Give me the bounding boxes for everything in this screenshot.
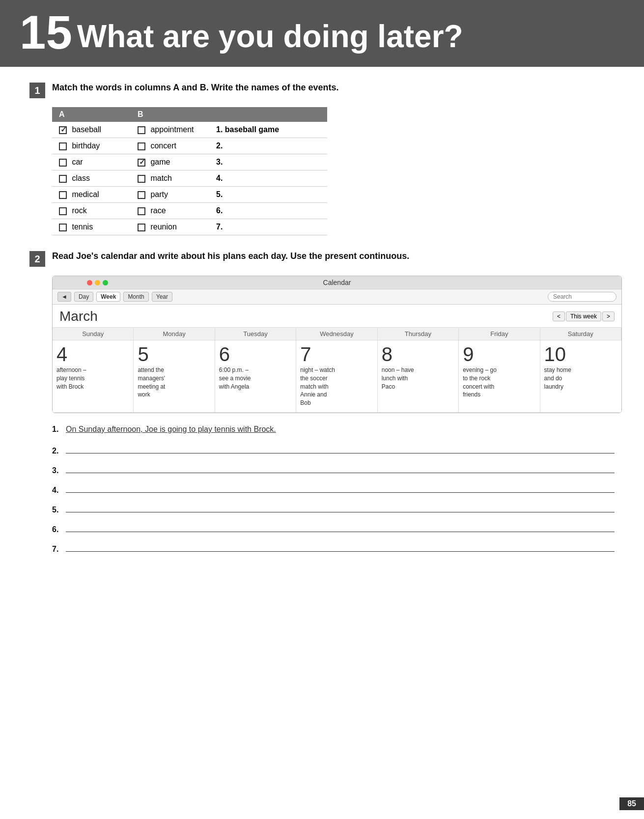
col-b-cell: reunion (131, 219, 209, 235)
col-a-cell: car (52, 154, 131, 170)
answer-cell: 6. (209, 203, 327, 219)
ex2-instruction: Read Joe's calendar and write about his … (52, 250, 409, 262)
this-week-nav: < This week > (553, 311, 615, 321)
line-content[interactable] (66, 521, 615, 532)
day-header-sat: Saturday (540, 328, 621, 340)
calendar-month-header: March < This week > (53, 305, 621, 327)
col-a-cell: tennis (52, 219, 131, 235)
day-header-mon: Monday (134, 328, 215, 340)
page-header: 15 What are you doing later? (0, 0, 644, 67)
ex1-row: baseball appointment1. baseball game (52, 122, 327, 138)
checkbox-a[interactable] (59, 207, 67, 215)
minimize-dot[interactable] (95, 280, 100, 285)
cal-view-day[interactable]: Day (74, 292, 93, 302)
ex1-row: rock race6. (52, 203, 327, 219)
calendar-cell: 8noon – have lunch with Paco (378, 340, 459, 413)
answer-cell: 5. (209, 187, 327, 203)
cal-date: 6 (219, 344, 292, 364)
col-a-header: A (52, 107, 131, 122)
col-b-header: B (131, 107, 209, 122)
calendar: Calendar ◄ Day Week Month Year March < T… (52, 276, 622, 413)
maximize-dot[interactable] (103, 280, 108, 285)
checkbox-b[interactable] (138, 175, 145, 183)
line-number: 2. (52, 447, 66, 455)
ex1-table: A B baseball appointment1. baseball game… (52, 107, 327, 235)
answer-cell: 4. (209, 170, 327, 187)
exercise-2: 2 Read Joe's calendar and write about hi… (29, 250, 615, 554)
cal-view-week[interactable]: Week (96, 292, 120, 302)
checkbox-b[interactable] (138, 191, 145, 199)
answer-cell: 7. (209, 219, 327, 235)
writing-line: 7. (52, 541, 615, 554)
line-content[interactable] (66, 443, 615, 453)
day-header-fri: Friday (459, 328, 540, 340)
line-content[interactable] (66, 541, 615, 552)
day-header-thu: Thursday (378, 328, 459, 340)
cal-nav-back[interactable]: ◄ (57, 292, 71, 302)
cal-date: 4 (56, 344, 129, 364)
day-header-wed: Wednesday (296, 328, 377, 340)
calendar-cell: 4afternoon – play tennis with Brock (53, 340, 134, 413)
answer-cell: 2. (209, 138, 327, 154)
line-content[interactable] (66, 462, 615, 473)
close-dot[interactable] (87, 280, 92, 285)
line-number: 5. (52, 506, 66, 514)
calendar-cell: 9evening – go to the rock concert with f… (459, 340, 540, 413)
checkbox-b[interactable] (138, 126, 145, 134)
writing-section: 1.On Sunday afternoon, Joe is going to p… (52, 425, 615, 554)
col-b-cell: concert (131, 138, 209, 154)
chapter-number: 15 (20, 9, 72, 56)
calendar-cell: 10stay home and do laundry (540, 340, 621, 413)
checkbox-a[interactable] (59, 224, 67, 231)
col-a-cell: rock (52, 203, 131, 219)
cal-date: 8 (382, 344, 454, 364)
writing-line: 6. (52, 521, 615, 534)
col-a-cell: baseball (52, 122, 131, 138)
calendar-cell: 66:00 p.m. – see a movie with Angela (215, 340, 296, 413)
checkbox-b[interactable] (138, 142, 145, 150)
cal-event-text: evening – go to the rock concert with fr… (463, 366, 535, 399)
prev-week-btn[interactable]: < (553, 311, 565, 321)
checkbox-a[interactable] (59, 159, 67, 167)
col-a-cell: birthday (52, 138, 131, 154)
checkbox-b[interactable] (138, 224, 145, 231)
col-b-cell: match (131, 170, 209, 187)
this-week-btn[interactable]: This week (566, 311, 601, 321)
line-content[interactable] (66, 502, 615, 512)
cal-view-year[interactable]: Year (152, 292, 172, 302)
cal-date: 9 (463, 344, 535, 364)
cal-date: 5 (138, 344, 210, 364)
checkbox-b[interactable] (138, 207, 145, 215)
checkbox-a[interactable] (59, 142, 67, 150)
cal-event-text: afternoon – play tennis with Brock (56, 366, 129, 391)
line-number: 6. (52, 525, 66, 534)
ex1-row: car game3. (52, 154, 327, 170)
calendar-grid: Sunday Monday Tuesday Wednesday Thursday… (53, 327, 621, 413)
checkbox-a[interactable] (59, 175, 67, 183)
exercise-1: 1 Match the words in columns A and B. Wr… (29, 82, 615, 235)
ex1-row: class match4. (52, 170, 327, 187)
col-b-cell: party (131, 187, 209, 203)
cal-view-month[interactable]: Month (123, 292, 148, 302)
line-number: 4. (52, 486, 66, 495)
ex1-row: tennis reunion7. (52, 219, 327, 235)
page-number: 85 (619, 797, 644, 810)
writing-line: 1.On Sunday afternoon, Joe is going to p… (52, 425, 615, 436)
calendar-cell: 7night – watch the soccer match with Ann… (296, 340, 377, 413)
line-number: 7. (52, 545, 66, 554)
checkbox-a[interactable] (59, 126, 67, 134)
line-content[interactable] (66, 482, 615, 493)
cal-event-text: noon – have lunch with Paco (382, 366, 454, 391)
checkbox-b[interactable] (138, 159, 145, 167)
writing-line: 3. (52, 462, 615, 475)
writing-line: 2. (52, 443, 615, 455)
col-b-cell: game (131, 154, 209, 170)
line-content[interactable]: On Sunday afternoon, Joe is going to pla… (66, 425, 615, 436)
calendar-titlebar: Calendar (53, 276, 621, 289)
next-week-btn[interactable]: > (602, 311, 615, 321)
col-b-cell: race (131, 203, 209, 219)
cal-date: 10 (544, 344, 617, 364)
cal-event-text: 6:00 p.m. – see a movie with Angela (219, 366, 292, 391)
calendar-search[interactable] (548, 292, 616, 302)
checkbox-a[interactable] (59, 191, 67, 199)
